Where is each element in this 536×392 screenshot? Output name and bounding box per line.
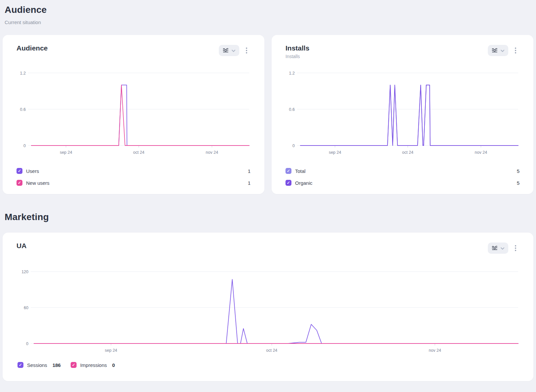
svg-text:sep 24: sep 24	[60, 150, 72, 155]
new-users-checkbox[interactable]: ✓	[17, 180, 22, 186]
legend-row-new-users: ✓ New users 1	[17, 177, 251, 189]
svg-text:0: 0	[23, 144, 26, 148]
installs-card-header: Installs Installs	[285, 44, 518, 59]
svg-text:sep 24: sep 24	[105, 348, 117, 353]
marketing-section-title: Marketing	[5, 212, 533, 222]
ua-card-title: UA	[17, 242, 26, 250]
wave-lines-chart-type-icon	[491, 245, 498, 251]
audience-section-header: Audience Current situation	[3, 0, 533, 25]
audience-card-header: Audience	[17, 44, 249, 56]
dashboard-page: Audience Current situation Audience	[0, 0, 536, 381]
ua-card: UA	[3, 233, 533, 381]
ua-card-controls	[488, 243, 518, 254]
svg-text:0.6: 0.6	[20, 107, 26, 112]
legend-row-total: ✓ Total 5	[285, 165, 519, 177]
installs-card: Installs Installs	[272, 35, 533, 194]
audience-legend: ✓ Users 1 ✓ New users 1	[17, 165, 251, 189]
audience-card-controls	[219, 45, 249, 56]
svg-text:0: 0	[26, 342, 28, 346]
installs-card-controls	[488, 45, 518, 56]
page-title: Audience	[5, 5, 533, 15]
svg-text:nov 24: nov 24	[206, 150, 218, 155]
organic-checkbox[interactable]: ✓	[285, 180, 291, 186]
wave-lines-chart-type-icon	[491, 48, 498, 54]
installs-card-subtitle: Installs	[285, 54, 309, 59]
ua-line-chart: 060120sep 24oct 24nov 24	[3, 264, 533, 363]
legend-value: 5	[517, 168, 519, 174]
audience-card: Audience	[3, 35, 264, 194]
legend-value: 0	[112, 362, 115, 368]
legend-value: 5	[517, 180, 519, 186]
audience-line-chart: 00.61.2sep 24oct 24nov 24	[3, 66, 264, 165]
chevron-down-icon	[231, 48, 236, 53]
audience-card-title: Audience	[17, 44, 48, 52]
sessions-checkbox[interactable]: ✓	[17, 362, 23, 368]
legend-label[interactable]: Sessions	[27, 362, 47, 368]
svg-text:120: 120	[21, 270, 28, 274]
legend-value: 1	[248, 180, 251, 186]
svg-text:1.2: 1.2	[289, 71, 295, 76]
svg-text:oct 24: oct 24	[133, 150, 144, 155]
svg-text:1.2: 1.2	[20, 71, 26, 76]
installs-legend: ✓ Total 5 ✓ Organic 5	[285, 165, 519, 189]
chart-type-selector-button[interactable]	[219, 45, 239, 56]
legend-value: 186	[52, 362, 61, 368]
svg-text:0: 0	[292, 144, 295, 148]
chart-type-selector-button[interactable]	[488, 45, 508, 56]
svg-text:nov 24: nov 24	[475, 150, 487, 155]
legend-label[interactable]: Users	[26, 168, 39, 174]
legend-row-organic: ✓ Organic 5	[285, 177, 519, 189]
page-subtitle: Current situation	[5, 19, 533, 25]
total-checkbox[interactable]: ✓	[285, 168, 291, 174]
kebab-menu-button[interactable]	[514, 244, 518, 253]
legend-row-users: ✓ Users 1	[17, 165, 251, 177]
top-cards-row: Audience	[3, 35, 533, 194]
wave-lines-chart-type-icon	[222, 48, 229, 54]
legend-label[interactable]: Organic	[295, 180, 313, 186]
svg-text:oct 24: oct 24	[266, 348, 277, 353]
impressions-checkbox[interactable]: ✓	[71, 362, 77, 368]
kebab-menu-button[interactable]	[514, 46, 518, 55]
svg-text:60: 60	[24, 306, 28, 310]
svg-text:sep 24: sep 24	[329, 150, 341, 155]
chart-type-selector-button[interactable]	[488, 243, 508, 254]
chevron-down-icon	[500, 48, 505, 53]
legend-value: 1	[248, 168, 251, 174]
kebab-menu-button[interactable]	[245, 46, 249, 55]
legend-label[interactable]: New users	[26, 180, 50, 186]
legend-label[interactable]: Total	[295, 168, 306, 174]
svg-text:nov 24: nov 24	[429, 348, 441, 353]
chevron-down-icon	[500, 246, 505, 251]
ua-legend: ✓ Sessions 186 ✓ Impressions 0	[17, 362, 115, 368]
users-checkbox[interactable]: ✓	[17, 168, 22, 174]
svg-text:oct 24: oct 24	[402, 150, 413, 155]
svg-text:0.6: 0.6	[289, 107, 295, 112]
installs-card-title: Installs	[285, 44, 309, 52]
installs-line-chart: 00.61.2sep 24oct 24nov 24	[272, 66, 533, 165]
legend-label[interactable]: Impressions	[80, 362, 107, 368]
ua-card-header: UA	[17, 242, 518, 254]
marketing-cards-row: UA	[3, 233, 533, 381]
